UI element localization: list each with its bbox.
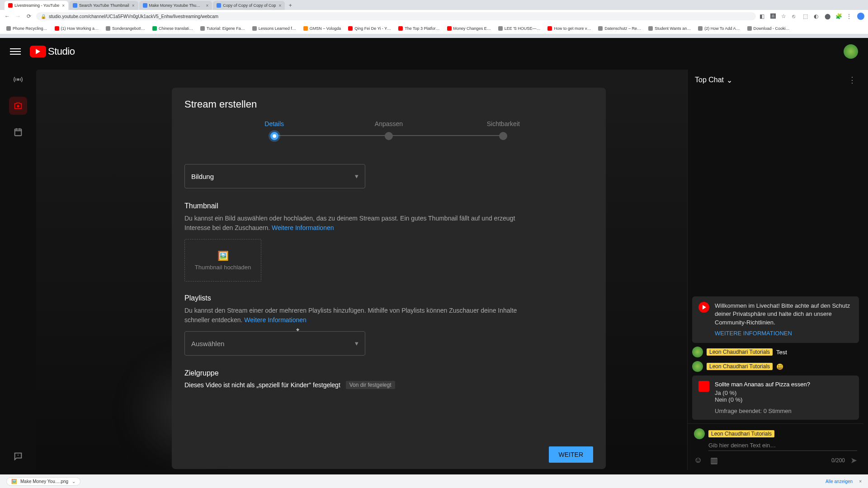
extension-icon[interactable]: ◧ xyxy=(760,13,766,19)
chat-mode-select[interactable]: Top Chat ⌄ xyxy=(695,76,732,84)
show-all-downloads[interactable]: Alle anzeigen xyxy=(826,479,853,484)
content-area: Stream erstellen Details Anpassen Sichtb… xyxy=(36,65,868,474)
browser-tab[interactable]: Copy of Copy of Copy of Cop× xyxy=(213,1,285,10)
feedback-icon xyxy=(13,451,23,461)
step-customize[interactable]: Anpassen xyxy=(331,120,446,140)
extensions-icon[interactable]: 🧩 xyxy=(835,13,842,19)
extension-icon[interactable]: ◐ xyxy=(814,13,820,19)
audience-statement-row: Dieses Video ist nicht als „speziell für… xyxy=(184,381,395,389)
chat-body[interactable]: Willkommen im Livechat! Bitte achte auf … xyxy=(688,90,863,423)
step-label: Details xyxy=(217,120,331,127)
chat-username[interactable]: Leon Chaudhari Tutorials xyxy=(707,348,773,356)
bookmark-item[interactable]: Money Changes E… xyxy=(444,25,494,32)
menu-icon[interactable]: ⋮ xyxy=(846,13,853,19)
select-value: Bildung xyxy=(191,173,214,180)
bookmark-item[interactable]: The Top 3 Platfor… xyxy=(396,25,442,32)
step-dot-icon xyxy=(270,132,278,140)
broadcast-icon xyxy=(13,75,23,84)
more-info-link[interactable]: Weitere Informationen xyxy=(244,316,306,324)
chat-username: Leon Chaudhari Tutorials xyxy=(708,430,774,437)
category-select[interactable]: Bildung ▾ xyxy=(184,164,365,188)
browser-tab[interactable]: Livestreaming - YouTube× xyxy=(5,1,68,10)
browser-tab[interactable]: Make Money Youtube Thumbn× xyxy=(139,1,212,10)
chat-input[interactable]: Gib hier deinen Text ein… xyxy=(708,442,857,451)
share-icon[interactable]: ⎋ xyxy=(792,13,798,19)
bookmark-item[interactable]: (2) How To Add A… xyxy=(695,25,742,32)
close-icon[interactable]: × xyxy=(859,479,862,484)
translate-icon[interactable]: 🅰 xyxy=(770,13,777,19)
stepper: Details Anpassen Sichtbarkeit xyxy=(217,120,561,140)
chat-message: Leon Chaudhari Tutorials Test xyxy=(692,347,859,357)
app-header: Studio xyxy=(0,38,868,65)
bookmark-item[interactable]: GMSN – Vologda xyxy=(301,25,344,32)
dialog-content[interactable]: … Bildung ▾ Thumbnail Du kannst ein Bild… xyxy=(172,154,606,440)
browser-tab[interactable]: Search YouTube Thumbnail× xyxy=(69,1,138,10)
sidebar-item-schedule[interactable] xyxy=(9,123,27,141)
bookmark-item[interactable]: (1) How Working a… xyxy=(52,25,101,32)
bookmark-item[interactable]: Phone Recycling… xyxy=(4,25,50,32)
browser-chrome: Livestreaming - YouTube× Search YouTube … xyxy=(0,0,868,38)
bookmark-item[interactable]: Chinese translati… xyxy=(150,25,196,32)
audience-badge: Von dir festgelegt xyxy=(346,381,395,389)
reload-button[interactable]: ⟳ xyxy=(25,13,33,20)
thumbnail-desc: Du kannst ein Bild auswählen oder hochla… xyxy=(184,214,533,233)
logo-text: Studio xyxy=(48,46,75,57)
menu-icon[interactable] xyxy=(10,46,21,57)
download-item[interactable]: 🖼️ Make Money You….png ⌄ xyxy=(6,477,80,486)
sidebar xyxy=(0,65,36,474)
tab-title: Livestreaming - YouTube xyxy=(14,3,59,8)
bookmark-item[interactable]: How to get more v… xyxy=(545,25,594,32)
bookmark-item[interactable]: Download - Cooki… xyxy=(745,25,793,32)
poll-box: Sollte man Ananas auf Pizza essen? Ja (0… xyxy=(692,375,859,420)
new-tab-button[interactable]: + xyxy=(286,1,295,10)
forward-button[interactable]: → xyxy=(14,13,22,20)
close-icon[interactable]: × xyxy=(206,3,209,8)
bookmark-item[interactable]: Qing Fei De Yi - Y… xyxy=(345,25,394,32)
bookmark-item[interactable]: Lessons Learned f… xyxy=(250,25,299,32)
avatar xyxy=(694,428,705,439)
emoji-icon[interactable]: ☺ xyxy=(694,455,702,465)
downloads-bar: 🖼️ Make Money You….png ⌄ Alle anzeigen × xyxy=(0,474,868,488)
sidebar-item-webcam[interactable] xyxy=(9,97,27,115)
tab-title: Copy of Copy of Copy of Cop xyxy=(223,3,276,8)
bookmark-item[interactable]: Student Wants an… xyxy=(646,25,693,32)
next-button[interactable]: WEITER xyxy=(549,446,593,463)
sidebar-item-feedback[interactable] xyxy=(9,447,27,465)
chat-notice: Willkommen im Livechat! Bitte achte auf … xyxy=(692,296,859,343)
notice-link[interactable]: WEITERE INFORMATIONEN xyxy=(715,329,853,338)
sidebar-item-stream[interactable] xyxy=(9,70,27,89)
avatar[interactable] xyxy=(844,44,858,59)
bookmark-icon[interactable]: ☆ xyxy=(781,13,788,19)
playlist-select[interactable]: Auswählen ▾ xyxy=(184,331,365,356)
chat-text: Test xyxy=(776,349,787,356)
chat-input-footer: ☺ ▥ 0/200 ➤ xyxy=(694,455,857,465)
extension-icon[interactable]: ⬤ xyxy=(825,13,831,19)
back-button[interactable]: ← xyxy=(4,13,11,20)
more-info-link[interactable]: Weitere Informationen xyxy=(272,224,334,231)
chat-username[interactable]: Leon Chaudhari Tutorials xyxy=(707,363,773,370)
close-icon[interactable]: × xyxy=(132,3,135,8)
close-icon[interactable]: × xyxy=(62,3,65,8)
url-field[interactable]: 🔒studio.youtube.com/channel/UC1a5FWVn0gU… xyxy=(36,12,756,20)
select-placeholder: Auswählen xyxy=(191,340,224,347)
close-icon[interactable]: × xyxy=(278,3,281,8)
bookmark-item[interactable]: Datenschutz – Re… xyxy=(595,25,644,32)
logo[interactable]: Studio xyxy=(30,46,75,57)
create-stream-dialog: Stream erstellen Details Anpassen Sichtb… xyxy=(172,88,606,469)
playlists-desc: Du kannst den Stream einer oder mehreren… xyxy=(184,306,533,325)
step-visibility[interactable]: Sichtbarkeit xyxy=(446,120,561,140)
extension-icon[interactable]: ⬚ xyxy=(803,13,809,19)
thumbnail-upload-button[interactable]: 🖼️ Thumbnail hochladen xyxy=(184,239,261,282)
send-icon[interactable]: ➤ xyxy=(850,455,857,465)
tab-strip: Livestreaming - YouTube× Search YouTube … xyxy=(0,0,868,10)
step-details[interactable]: Details xyxy=(217,120,331,140)
profile-icon[interactable] xyxy=(857,13,864,20)
chevron-down-icon[interactable]: ⌄ xyxy=(72,479,75,484)
poll-icon[interactable]: ▥ xyxy=(710,455,718,465)
bookmark-item[interactable]: Tutorial: Eigene Fa… xyxy=(198,25,248,32)
bookmark-item[interactable]: Sonderangebot!… xyxy=(103,25,148,32)
bookmark-item[interactable]: LEE 'S HOUSE—… xyxy=(495,25,543,32)
tab-title: Make Money Youtube Thumbn xyxy=(149,3,203,8)
main-panel: Stream erstellen Details Anpassen Sichtb… xyxy=(36,70,687,470)
chat-menu-icon[interactable]: ⋮ xyxy=(848,75,856,85)
